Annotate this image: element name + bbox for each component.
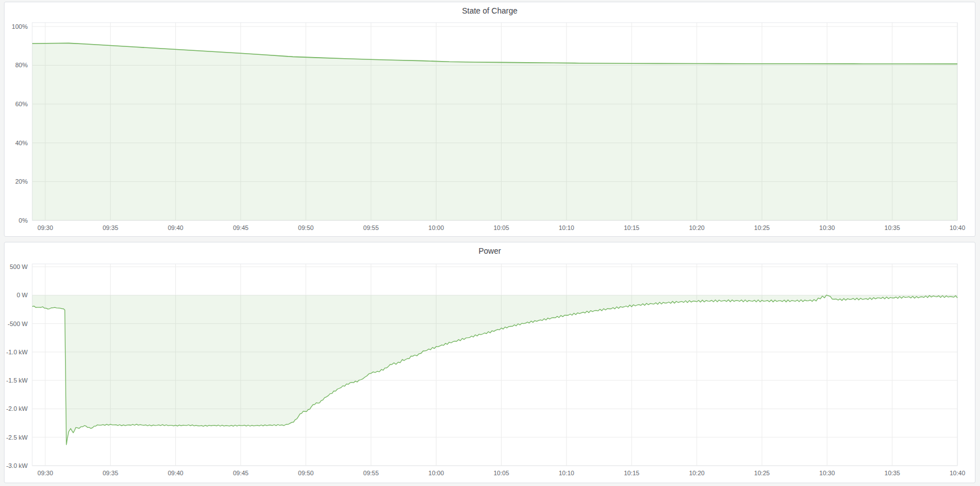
x-axis-tick-label: 10:30 bbox=[819, 470, 835, 476]
y-axis-tick-label: -500 W bbox=[8, 320, 28, 327]
y-axis-tick-label: -1.0 kW bbox=[6, 349, 28, 355]
x-axis-tick-label: 10:10 bbox=[559, 224, 575, 231]
x-axis-tick-label: 10:00 bbox=[429, 470, 444, 476]
x-axis-tick-label: 09:55 bbox=[363, 470, 379, 476]
power-area-fill bbox=[32, 295, 957, 445]
y-axis-tick-label: 20% bbox=[15, 178, 28, 185]
soc-svg: 100%80%60%40%20%0%09:3009:3509:4009:4509… bbox=[5, 19, 975, 236]
x-axis-tick-label: 10:15 bbox=[624, 470, 640, 476]
x-axis-tick-label: 10:00 bbox=[429, 224, 444, 231]
x-axis-tick-label: 10:25 bbox=[754, 224, 770, 231]
panel-state-of-charge: State of Charge 100%80%60%40%20%0%09:300… bbox=[4, 2, 975, 237]
soc-area-fill bbox=[32, 43, 957, 220]
x-axis-tick-label: 09:35 bbox=[102, 224, 118, 231]
x-axis-tick-label: 09:50 bbox=[298, 470, 314, 476]
panel-power: Power 500 W0 W-500 W-1.0 kW-1.5 kW-2.0 k… bbox=[4, 242, 975, 483]
x-axis-tick-label: 10:05 bbox=[494, 224, 510, 231]
x-axis-tick-label: 10:35 bbox=[884, 224, 900, 231]
y-axis-tick-label: -3.0 kW bbox=[6, 462, 28, 469]
x-axis-tick-label: 09:35 bbox=[102, 470, 118, 476]
x-axis-tick-label: 10:10 bbox=[559, 470, 575, 476]
y-axis-tick-label: 0% bbox=[19, 217, 28, 224]
x-axis-tick-label: 09:45 bbox=[233, 224, 249, 231]
panel-title-state-of-charge[interactable]: State of Charge bbox=[5, 2, 975, 19]
x-axis-tick-label: 09:30 bbox=[37, 224, 53, 231]
soc-chart[interactable]: 100%80%60%40%20%0%09:3009:3509:4009:4509… bbox=[5, 19, 975, 236]
power-svg: 500 W0 W-500 W-1.0 kW-1.5 kW-2.0 kW-2.5 … bbox=[5, 259, 975, 483]
x-axis-tick-label: 10:15 bbox=[624, 224, 640, 231]
x-axis-tick-label: 10:20 bbox=[689, 224, 705, 231]
power-chart[interactable]: 500 W0 W-500 W-1.0 kW-1.5 kW-2.0 kW-2.5 … bbox=[5, 259, 975, 483]
x-axis-tick-label: 10:20 bbox=[689, 470, 705, 476]
x-axis-tick-label: 10:35 bbox=[884, 470, 900, 476]
y-axis-tick-label: 0 W bbox=[16, 292, 28, 298]
x-axis-tick-label: 10:25 bbox=[754, 470, 770, 476]
x-axis-tick-label: 09:55 bbox=[363, 224, 379, 231]
y-axis-tick-label: -1.5 kW bbox=[6, 377, 28, 384]
y-axis-tick-label: 40% bbox=[15, 140, 28, 146]
x-axis-tick-label: 09:40 bbox=[168, 224, 184, 231]
x-axis-tick-label: 09:45 bbox=[233, 470, 249, 476]
y-axis-tick-label: 500 W bbox=[10, 263, 28, 270]
dashboard: State of Charge 100%80%60%40%20%0%09:300… bbox=[0, 0, 980, 486]
y-axis-tick-label: 80% bbox=[15, 62, 28, 68]
x-axis-tick-label: 09:50 bbox=[298, 224, 314, 231]
y-axis-tick-label: 60% bbox=[15, 101, 28, 107]
x-axis-tick-label: 10:40 bbox=[949, 224, 965, 231]
panel-title-power[interactable]: Power bbox=[5, 242, 975, 259]
y-axis-tick-label: -2.0 kW bbox=[6, 405, 28, 412]
x-axis-tick-label: 09:40 bbox=[168, 470, 184, 476]
x-axis-tick-label: 10:05 bbox=[494, 470, 510, 476]
x-axis-tick-label: 09:30 bbox=[37, 470, 53, 476]
y-axis-tick-label: 100% bbox=[12, 23, 28, 30]
x-axis-tick-label: 10:40 bbox=[949, 470, 965, 476]
x-axis-tick-label: 10:30 bbox=[819, 224, 835, 231]
y-axis-tick-label: -2.5 kW bbox=[6, 434, 28, 441]
